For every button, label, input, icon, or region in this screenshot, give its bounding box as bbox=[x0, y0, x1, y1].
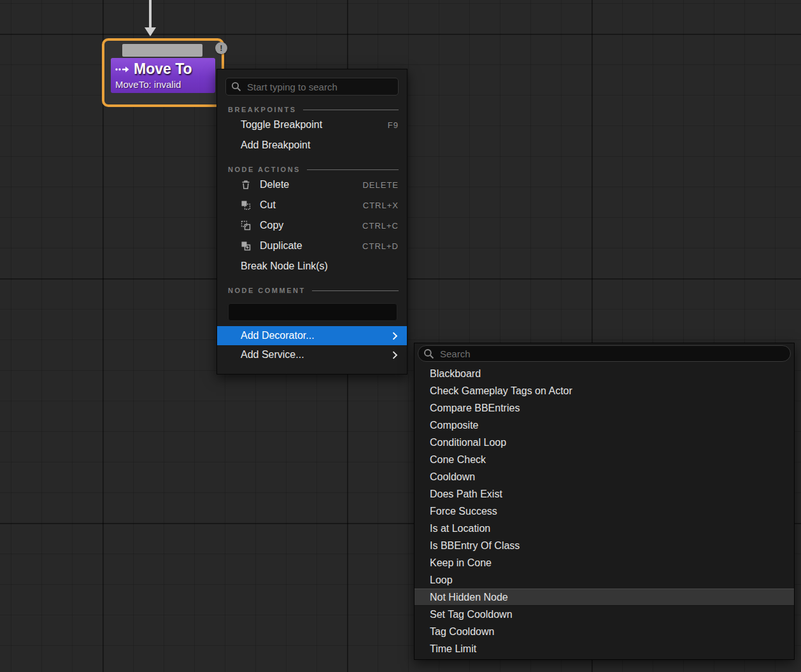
decorator-item-set-tag-cooldown[interactable]: Set Tag Cooldown bbox=[415, 606, 794, 623]
decorator-item-cooldown[interactable]: Cooldown bbox=[415, 468, 794, 485]
node-subtitle: MoveTo: invalid bbox=[111, 78, 215, 93]
section-label: BREAKPOINTS bbox=[228, 106, 297, 113]
context-menu-search[interactable] bbox=[225, 78, 399, 96]
menu-item-add-breakpoint[interactable]: Add Breakpoint bbox=[217, 135, 407, 155]
chevron-right-icon bbox=[392, 332, 398, 340]
section-divider bbox=[307, 169, 399, 170]
decorator-item-not-hidden-node[interactable]: Not Hidden Node bbox=[415, 589, 794, 606]
menu-item-add-decorator[interactable]: Add Decorator... bbox=[217, 326, 407, 345]
menu-item-copy[interactable]: Copy CTRL+C bbox=[217, 215, 407, 236]
menu-item-toggle-breakpoint[interactable]: Toggle Breakpoint F9 bbox=[217, 115, 407, 135]
menu-item-label: Add Decorator... bbox=[241, 330, 315, 341]
trash-icon bbox=[241, 180, 252, 190]
menu-item-label: Copy bbox=[260, 220, 283, 231]
decorator-item-check-gameplay-tags[interactable]: Check Gameplay Tags on Actor bbox=[415, 382, 794, 399]
menu-item-shortcut: DELETE bbox=[362, 180, 399, 190]
decorator-item-time-limit[interactable]: Time Limit bbox=[415, 640, 794, 657]
decorator-item-is-at-location[interactable]: Is at Location bbox=[415, 520, 794, 537]
wire-arrowhead-icon bbox=[145, 27, 156, 36]
node-top-strip bbox=[104, 41, 222, 58]
menu-item-label: Add Service... bbox=[241, 349, 304, 361]
decorator-item-force-success[interactable]: Force Success bbox=[415, 503, 794, 520]
submenu-search[interactable] bbox=[418, 345, 791, 362]
cut-icon bbox=[241, 200, 252, 211]
menu-item-label: Add Breakpoint bbox=[241, 139, 310, 151]
copy-icon bbox=[241, 220, 252, 231]
submenu-search-input[interactable] bbox=[439, 348, 785, 360]
node-comment-input[interactable] bbox=[228, 303, 397, 321]
section-divider bbox=[312, 290, 399, 291]
section-node-actions: NODE ACTIONS bbox=[228, 164, 399, 175]
chevron-right-icon bbox=[392, 351, 398, 359]
decorator-item-cone-check[interactable]: Cone Check bbox=[415, 451, 794, 468]
decorator-item-conditional-loop[interactable]: Conditional Loop bbox=[415, 434, 794, 451]
section-label: NODE ACTIONS bbox=[228, 166, 301, 173]
search-icon bbox=[423, 348, 434, 359]
node-title: Move To bbox=[134, 61, 192, 78]
menu-item-label: Toggle Breakpoint bbox=[241, 119, 322, 131]
decorator-item-compare-bbentries[interactable]: Compare BBEntries bbox=[415, 399, 794, 417]
context-menu-search-input[interactable] bbox=[246, 81, 393, 93]
menu-item-label: Duplicate bbox=[260, 240, 302, 252]
duplicate-icon bbox=[241, 241, 252, 252]
section-divider bbox=[303, 110, 399, 110]
decorator-item-composite[interactable]: Composite bbox=[415, 417, 794, 434]
node-name-plate bbox=[122, 44, 202, 57]
wire-line bbox=[149, 0, 152, 28]
menu-item-label: Cut bbox=[260, 199, 276, 211]
menu-item-shortcut: F9 bbox=[388, 120, 399, 130]
node-body: Move To MoveTo: invalid bbox=[111, 58, 215, 93]
decorator-list: Blackboard Check Gameplay Tags on Actor … bbox=[415, 365, 794, 657]
section-node-comment: NODE COMMENT bbox=[228, 285, 399, 296]
node-context-menu: BREAKPOINTS Toggle Breakpoint F9 Add Bre… bbox=[216, 69, 408, 375]
node-warning-badge: ! bbox=[215, 42, 227, 54]
menu-item-shortcut: CTRL+D bbox=[362, 241, 399, 251]
menu-item-delete[interactable]: Delete DELETE bbox=[217, 175, 407, 195]
search-icon bbox=[231, 82, 241, 92]
decorator-item-does-path-exist[interactable]: Does Path Exist bbox=[415, 485, 794, 503]
add-decorator-submenu: Blackboard Check Gameplay Tags on Actor … bbox=[414, 343, 795, 660]
menu-item-break-node-links[interactable]: Break Node Link(s) bbox=[217, 256, 407, 276]
section-breakpoints: BREAKPOINTS bbox=[228, 104, 399, 115]
decorator-item-keep-in-cone[interactable]: Keep in Cone bbox=[415, 554, 794, 571]
menu-item-shortcut: CTRL+C bbox=[362, 221, 399, 231]
decorator-item-tag-cooldown[interactable]: Tag Cooldown bbox=[415, 623, 794, 640]
menu-item-label: Break Node Link(s) bbox=[241, 261, 328, 272]
menu-item-shortcut: CTRL+X bbox=[363, 201, 399, 210]
menu-item-duplicate[interactable]: Duplicate CTRL+D bbox=[217, 236, 407, 256]
decorator-item-blackboard[interactable]: Blackboard bbox=[415, 365, 794, 382]
move-to-arrow-icon bbox=[115, 65, 130, 74]
decorator-item-is-bbentry-of-class[interactable]: Is BBEntry Of Class bbox=[415, 537, 794, 554]
menu-item-cut[interactable]: Cut CTRL+X bbox=[217, 195, 407, 215]
menu-item-label: Delete bbox=[260, 179, 289, 190]
incoming-wire bbox=[145, 0, 156, 37]
section-label: NODE COMMENT bbox=[228, 287, 306, 294]
decorator-item-loop[interactable]: Loop bbox=[415, 571, 794, 589]
move-to-node[interactable]: Move To MoveTo: invalid ! bbox=[102, 38, 224, 107]
menu-item-add-service[interactable]: Add Service... bbox=[217, 345, 407, 364]
